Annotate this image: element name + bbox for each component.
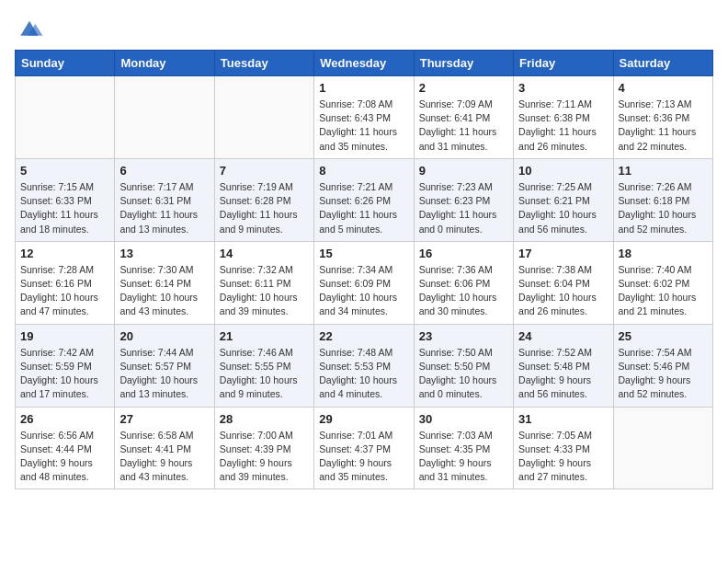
calendar-cell	[115, 76, 214, 159]
calendar-cell: 9Sunrise: 7:23 AMSunset: 6:23 PMDaylight…	[414, 158, 513, 241]
day-number: 27	[119, 412, 209, 426]
page-header	[15, 15, 713, 40]
calendar-cell: 14Sunrise: 7:32 AMSunset: 6:11 PMDayligh…	[214, 241, 313, 324]
day-number: 11	[619, 164, 708, 178]
day-number: 22	[319, 329, 408, 343]
day-number: 15	[319, 247, 408, 260]
day-number: 31	[518, 412, 608, 426]
calendar-cell: 6Sunrise: 7:17 AMSunset: 6:31 PMDaylight…	[115, 158, 214, 241]
calendar-cell: 18Sunrise: 7:40 AMSunset: 6:02 PMDayligh…	[613, 241, 712, 324]
day-info: Sunrise: 7:01 AMSunset: 4:37 PMDaylight:…	[319, 429, 408, 485]
calendar-cell: 26Sunrise: 6:56 AMSunset: 4:44 PMDayligh…	[16, 407, 115, 489]
calendar-header-row: SundayMondayTuesdayWednesdayThursdayFrid…	[16, 51, 713, 76]
calendar-cell: 25Sunrise: 7:54 AMSunset: 5:46 PMDayligh…	[613, 324, 712, 407]
day-number: 9	[419, 164, 508, 178]
day-number: 3	[518, 81, 608, 95]
calendar-cell: 1Sunrise: 7:08 AMSunset: 6:43 PMDaylight…	[314, 76, 414, 159]
day-number: 24	[518, 329, 608, 343]
calendar-cell: 16Sunrise: 7:36 AMSunset: 6:06 PMDayligh…	[414, 241, 513, 324]
header-monday: Monday	[115, 51, 214, 76]
calendar-cell: 20Sunrise: 7:44 AMSunset: 5:57 PMDayligh…	[115, 324, 214, 407]
day-info: Sunrise: 7:17 AMSunset: 6:31 PMDaylight:…	[119, 180, 209, 236]
day-info: Sunrise: 7:36 AMSunset: 6:06 PMDaylight:…	[419, 263, 508, 319]
header-sunday: Sunday	[16, 51, 115, 76]
calendar-cell	[613, 407, 712, 489]
calendar-table: SundayMondayTuesdayWednesdayThursdayFrid…	[15, 50, 713, 489]
day-info: Sunrise: 7:48 AMSunset: 5:53 PMDaylight:…	[319, 346, 408, 402]
calendar-cell: 24Sunrise: 7:52 AMSunset: 5:48 PMDayligh…	[514, 324, 613, 407]
logo-icon	[15, 15, 44, 40]
day-info: Sunrise: 7:44 AMSunset: 5:57 PMDaylight:…	[119, 346, 209, 402]
calendar-cell: 3Sunrise: 7:11 AMSunset: 6:38 PMDaylight…	[514, 76, 613, 159]
day-info: Sunrise: 7:03 AMSunset: 4:35 PMDaylight:…	[419, 429, 508, 485]
day-info: Sunrise: 7:15 AMSunset: 6:33 PMDaylight:…	[20, 180, 109, 236]
day-number: 12	[20, 247, 109, 260]
header-tuesday: Tuesday	[214, 51, 313, 76]
calendar-week-5: 26Sunrise: 6:56 AMSunset: 4:44 PMDayligh…	[16, 407, 713, 489]
day-info: Sunrise: 7:30 AMSunset: 6:14 PMDaylight:…	[119, 263, 209, 319]
day-info: Sunrise: 7:13 AMSunset: 6:36 PMDaylight:…	[619, 98, 708, 154]
calendar-week-1: 1Sunrise: 7:08 AMSunset: 6:43 PMDaylight…	[16, 76, 713, 159]
day-number: 10	[518, 164, 608, 178]
calendar-week-3: 12Sunrise: 7:28 AMSunset: 6:16 PMDayligh…	[16, 241, 713, 324]
day-number: 4	[619, 81, 708, 95]
calendar-cell: 12Sunrise: 7:28 AMSunset: 6:16 PMDayligh…	[16, 241, 115, 324]
day-number: 14	[220, 247, 309, 260]
day-info: Sunrise: 7:11 AMSunset: 6:38 PMDaylight:…	[518, 98, 608, 154]
day-number: 7	[220, 164, 309, 178]
day-number: 6	[119, 164, 209, 178]
day-info: Sunrise: 7:54 AMSunset: 5:46 PMDaylight:…	[619, 346, 708, 402]
calendar-week-4: 19Sunrise: 7:42 AMSunset: 5:59 PMDayligh…	[16, 324, 713, 407]
day-info: Sunrise: 7:50 AMSunset: 5:50 PMDaylight:…	[419, 346, 508, 402]
day-info: Sunrise: 6:56 AMSunset: 4:44 PMDaylight:…	[20, 429, 109, 485]
header-friday: Friday	[514, 51, 613, 76]
day-number: 29	[319, 412, 408, 426]
calendar-cell: 29Sunrise: 7:01 AMSunset: 4:37 PMDayligh…	[314, 407, 414, 489]
calendar-cell: 13Sunrise: 7:30 AMSunset: 6:14 PMDayligh…	[115, 241, 214, 324]
calendar-cell: 21Sunrise: 7:46 AMSunset: 5:55 PMDayligh…	[214, 324, 313, 407]
day-info: Sunrise: 7:05 AMSunset: 4:33 PMDaylight:…	[518, 429, 608, 485]
day-number: 21	[220, 329, 309, 343]
day-number: 18	[619, 247, 708, 260]
day-number: 19	[20, 329, 109, 343]
day-info: Sunrise: 7:26 AMSunset: 6:18 PMDaylight:…	[619, 180, 708, 236]
calendar-cell: 5Sunrise: 7:15 AMSunset: 6:33 PMDaylight…	[16, 158, 115, 241]
day-info: Sunrise: 7:46 AMSunset: 5:55 PMDaylight:…	[220, 346, 309, 402]
calendar-cell	[16, 76, 115, 159]
day-info: Sunrise: 7:25 AMSunset: 6:21 PMDaylight:…	[518, 180, 608, 236]
day-info: Sunrise: 7:00 AMSunset: 4:39 PMDaylight:…	[220, 429, 309, 485]
calendar-cell: 11Sunrise: 7:26 AMSunset: 6:18 PMDayligh…	[613, 158, 712, 241]
day-info: Sunrise: 7:28 AMSunset: 6:16 PMDaylight:…	[20, 263, 109, 319]
day-number: 8	[319, 164, 408, 178]
header-thursday: Thursday	[414, 51, 513, 76]
calendar-cell: 2Sunrise: 7:09 AMSunset: 6:41 PMDaylight…	[414, 76, 513, 159]
day-info: Sunrise: 7:19 AMSunset: 6:28 PMDaylight:…	[220, 180, 309, 236]
header-saturday: Saturday	[613, 51, 712, 76]
calendar-cell: 28Sunrise: 7:00 AMSunset: 4:39 PMDayligh…	[214, 407, 313, 489]
calendar-cell: 31Sunrise: 7:05 AMSunset: 4:33 PMDayligh…	[514, 407, 613, 489]
day-info: Sunrise: 7:08 AMSunset: 6:43 PMDaylight:…	[319, 98, 408, 154]
calendar-cell: 10Sunrise: 7:25 AMSunset: 6:21 PMDayligh…	[514, 158, 613, 241]
day-info: Sunrise: 7:38 AMSunset: 6:04 PMDaylight:…	[518, 263, 608, 319]
day-number: 25	[619, 329, 708, 343]
day-number: 30	[419, 412, 508, 426]
day-info: Sunrise: 6:58 AMSunset: 4:41 PMDaylight:…	[119, 429, 209, 485]
calendar-cell: 4Sunrise: 7:13 AMSunset: 6:36 PMDaylight…	[613, 76, 712, 159]
day-info: Sunrise: 7:23 AMSunset: 6:23 PMDaylight:…	[419, 180, 508, 236]
calendar-cell: 23Sunrise: 7:50 AMSunset: 5:50 PMDayligh…	[414, 324, 513, 407]
day-info: Sunrise: 7:40 AMSunset: 6:02 PMDaylight:…	[619, 263, 708, 319]
calendar-cell: 17Sunrise: 7:38 AMSunset: 6:04 PMDayligh…	[514, 241, 613, 324]
day-number: 1	[319, 81, 408, 95]
day-info: Sunrise: 7:32 AMSunset: 6:11 PMDaylight:…	[220, 263, 309, 319]
day-number: 23	[419, 329, 508, 343]
calendar-cell: 8Sunrise: 7:21 AMSunset: 6:26 PMDaylight…	[314, 158, 414, 241]
day-number: 2	[419, 81, 508, 95]
day-info: Sunrise: 7:21 AMSunset: 6:26 PMDaylight:…	[319, 180, 408, 236]
calendar-cell: 30Sunrise: 7:03 AMSunset: 4:35 PMDayligh…	[414, 407, 513, 489]
day-info: Sunrise: 7:09 AMSunset: 6:41 PMDaylight:…	[419, 98, 508, 154]
calendar-cell	[214, 76, 313, 159]
day-number: 28	[220, 412, 309, 426]
header-wednesday: Wednesday	[314, 51, 414, 76]
day-number: 5	[20, 164, 109, 178]
day-number: 20	[119, 329, 209, 343]
